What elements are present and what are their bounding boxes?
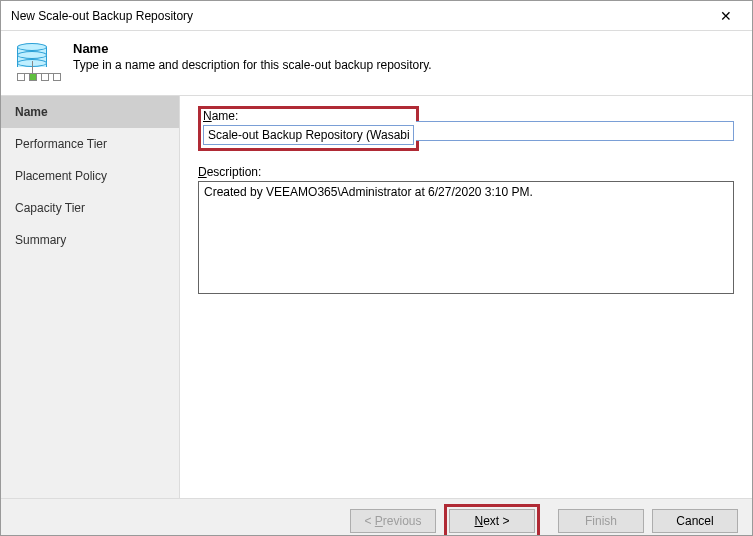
wizard-footer: < Previous Next > Finish Cancel <box>1 498 752 536</box>
step-capacity-tier[interactable]: Capacity Tier <box>1 192 179 224</box>
description-label: Description: <box>198 165 734 179</box>
name-input-extension[interactable] <box>416 121 734 141</box>
previous-button: < Previous <box>350 509 436 533</box>
step-placement-policy[interactable]: Placement Policy <box>1 160 179 192</box>
next-button[interactable]: Next > <box>449 509 535 533</box>
wizard-sidebar: Name Performance Tier Placement Policy C… <box>1 96 180 498</box>
step-performance-tier[interactable]: Performance Tier <box>1 128 179 160</box>
window-title: New Scale-out Backup Repository <box>11 9 706 23</box>
title-bar: New Scale-out Backup Repository ✕ <box>1 1 752 31</box>
description-input[interactable] <box>198 181 734 294</box>
cancel-button[interactable]: Cancel <box>652 509 738 533</box>
name-label: Name: <box>203 109 414 123</box>
step-name[interactable]: Name <box>1 96 179 128</box>
header-title: Name <box>73 41 432 56</box>
close-icon[interactable]: ✕ <box>706 8 746 24</box>
wizard-header: Name Type in a name and description for … <box>1 31 752 96</box>
wizard-main: Name: Description: <box>180 96 752 498</box>
finish-button: Finish <box>558 509 644 533</box>
header-subtitle: Type in a name and description for this … <box>73 58 432 72</box>
step-summary[interactable]: Summary <box>1 224 179 256</box>
name-input[interactable] <box>203 125 414 145</box>
repository-icon <box>17 39 63 85</box>
